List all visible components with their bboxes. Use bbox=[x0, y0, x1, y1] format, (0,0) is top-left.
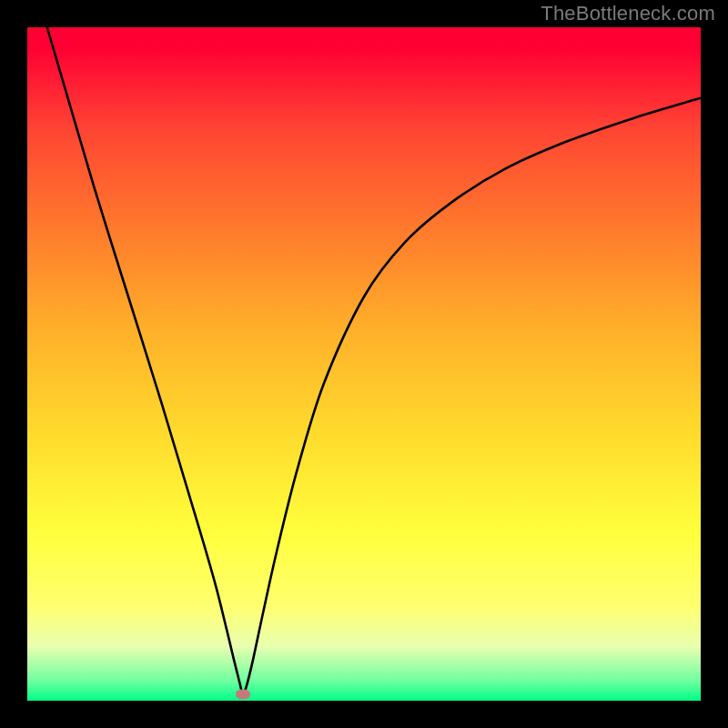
curve-path bbox=[27, 27, 701, 694]
bottleneck-curve bbox=[27, 27, 701, 701]
chart-frame: TheBottleneck.com bbox=[0, 0, 728, 728]
plot-area bbox=[27, 27, 701, 701]
watermark-text: TheBottleneck.com bbox=[541, 2, 715, 25]
optimal-point-marker bbox=[236, 689, 250, 699]
